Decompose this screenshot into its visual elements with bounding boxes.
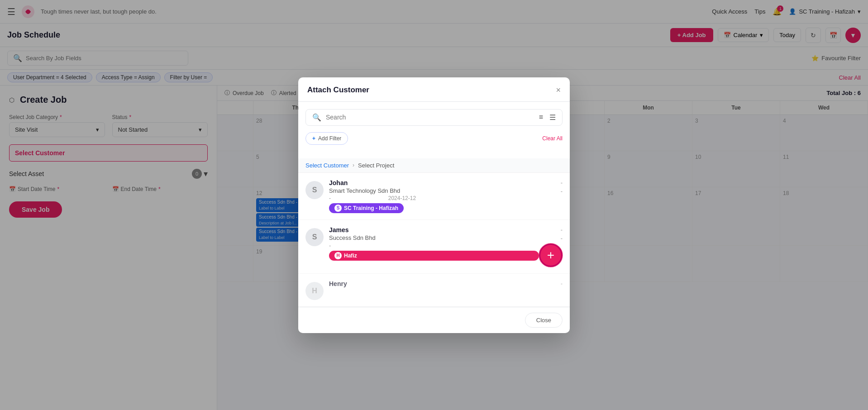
attach-customer-modal: Attach Customer × 🔍 ≡ ☰ + Add Filter Cle… <box>298 77 570 333</box>
customer-item-henry[interactable]: H Henry - <box>298 274 570 307</box>
customer-item-james[interactable]: S James Success Sdn Bhd - H Hafiz <box>298 220 570 274</box>
modal-header: Attach Customer × <box>298 77 570 102</box>
customer-date-johan: - 2024-12-12 S SC Training - Hafizah <box>329 195 561 213</box>
customer-avatar-james: S <box>305 228 324 246</box>
customer-name-james: James <box>329 226 539 234</box>
customer-item-johan[interactable]: S Johan Smart Technology Sdn Bhd - 2024-… <box>298 173 570 220</box>
modal-footer-close-button[interactable]: Close <box>525 313 563 328</box>
customer-avatar-henry: H <box>305 282 324 300</box>
customer-info-james: James Success Sdn Bhd - H Hafiz <box>329 226 539 261</box>
dash-label: - <box>329 195 331 201</box>
plus-icon: + <box>312 135 315 142</box>
customer-dashes-johan: - - <box>561 179 563 195</box>
modal-title: Attach Customer <box>307 86 369 95</box>
add-filter-button[interactable]: + Add Filter <box>305 132 348 145</box>
modal-search-icon: 🔍 <box>312 113 321 122</box>
james-badge-row: H Hafiz <box>329 251 539 261</box>
james-tag-row: - <box>329 242 539 249</box>
add-customer-james-button[interactable]: + <box>539 243 563 267</box>
modal-close-button[interactable]: × <box>556 86 561 95</box>
modal-search-container: 🔍 ≡ ☰ <box>305 109 563 126</box>
customer-info-johan: Johan Smart Technology Sdn Bhd - 2024-12… <box>329 179 561 213</box>
customer-info-henry: Henry <box>329 280 561 287</box>
modal-footer: Close <box>298 307 570 333</box>
henry-dash: - <box>561 280 563 287</box>
customer-list: S Johan Smart Technology Sdn Bhd - 2024-… <box>298 173 570 307</box>
customer-name-henry: Henry <box>329 280 561 287</box>
customer-company-james: Success Sdn Bhd <box>329 234 539 241</box>
customer-name-johan: Johan <box>329 179 561 186</box>
modal-filter-row: + Add Filter Clear All <box>305 132 563 145</box>
modal-body: 🔍 ≡ ☰ + Add Filter Clear All <box>298 102 570 158</box>
add-circle-outline <box>539 243 563 267</box>
date-value: 2024-12-12 <box>388 195 416 201</box>
customer-tag-hafiz: H Hafiz <box>329 251 539 261</box>
sort-icon[interactable]: ≡ <box>539 113 543 121</box>
modal-overlay[interactable]: Attach Customer × 🔍 ≡ ☰ + Add Filter Cle… <box>0 0 868 410</box>
customer-tag-sc-training: S SC Training - Hafizah <box>329 203 404 213</box>
breadcrumb-select-project: Select Project <box>358 162 394 169</box>
modal-breadcrumb: Select Customer › Select Project <box>298 158 570 173</box>
filter-list-icon[interactable]: ☰ <box>549 113 556 122</box>
breadcrumb-separator: › <box>353 162 354 168</box>
clear-all-filter-button[interactable]: Clear All <box>542 135 563 142</box>
breadcrumb-select-customer[interactable]: Select Customer <box>305 162 349 169</box>
customer-actions-james: - - + <box>539 226 563 267</box>
customer-avatar-johan: S <box>305 181 324 199</box>
customer-company-johan: Smart Technology Sdn Bhd <box>329 187 561 194</box>
modal-search-input[interactable] <box>326 114 534 121</box>
